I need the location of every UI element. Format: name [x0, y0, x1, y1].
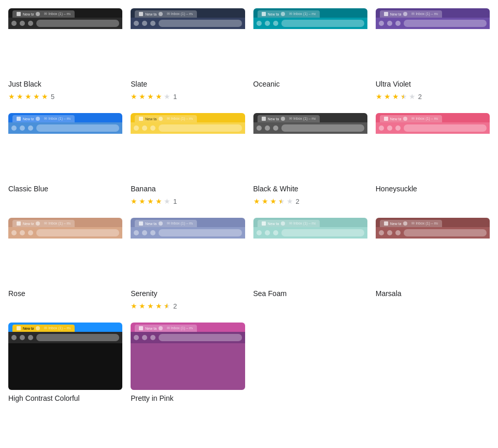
browser-tab: New tab ✉ Inbox (1) – mai...: [380, 115, 442, 122]
address-bar: [404, 124, 487, 132]
back-button: [11, 335, 17, 340]
tab-title: New tab: [23, 327, 34, 330]
tab-extra: ✉ Inbox (1) – mai...: [167, 117, 193, 121]
refresh-button: [28, 230, 33, 235]
theme-card-black-white[interactable]: New tab ✉ Inbox (1) – mai... Black & Whi…: [253, 113, 367, 205]
theme-card-ultra-violet[interactable]: New tab ✉ Inbox (1) – mai... Ultra Viole…: [376, 8, 490, 101]
tab-close-icon: [281, 12, 285, 16]
theme-card-banana[interactable]: New tab ✉ Inbox (1) – mai... Banana★★★★★…: [131, 113, 245, 205]
address-bar: [159, 334, 241, 341]
star-full: ★: [392, 92, 399, 101]
tab-extra: ✉ Inbox (1) – mai...: [44, 221, 70, 226]
forward-button: [142, 125, 147, 131]
star-rating: ★★★★★2: [253, 197, 367, 205]
browser-tab: New tab ✉ Inbox (1) – mai...: [12, 10, 75, 18]
theme-preview: New tab ✉ Inbox (1) – mai...: [131, 218, 245, 285]
browser-tab: New tab ✉ Inbox (1) – mai...: [12, 115, 75, 122]
back-button: [257, 125, 262, 131]
tab-extra: ✉ Inbox (1) – mai...: [289, 117, 316, 121]
tab-close-icon: [36, 221, 40, 226]
star-rating: ★★★★★5: [8, 92, 122, 101]
browser-tab: New tab ✉ Inbox (1) – mai...: [135, 220, 197, 227]
tab-area: New tab ✉ Inbox (1) – mai...: [253, 8, 367, 18]
browser-preview: New tab ✉ Inbox (1) – mai...: [253, 8, 367, 76]
star-full: ★: [253, 197, 260, 205]
tab-title: New tab: [145, 117, 156, 121]
star-half: ★: [278, 197, 285, 205]
browser-content: [8, 239, 122, 285]
theme-name: Classic Blue: [8, 185, 122, 193]
star-full: ★: [262, 197, 268, 205]
back-button: [379, 21, 384, 26]
tab-title: New tab: [145, 222, 156, 226]
tab-favicon-icon: [17, 326, 21, 330]
theme-preview: New tab ✉ Inbox (1) – mai...: [253, 8, 367, 76]
theme-card-rose[interactable]: New tab ✉ Inbox (1) – mai... Rose: [8, 218, 122, 310]
rating-count: 2: [418, 93, 422, 101]
theme-card-honeysuckle[interactable]: New tab ✉ Inbox (1) – mai... Honeysuckle: [376, 113, 490, 205]
theme-name: Just Black: [8, 80, 122, 88]
theme-preview: New tab ✉ Inbox (1) – mai...: [8, 218, 122, 285]
forward-button: [387, 21, 392, 26]
theme-name: High Contrast Colorful: [8, 394, 122, 402]
browser-content: [131, 239, 245, 285]
theme-name: Ultra Violet: [376, 80, 490, 88]
back-button: [134, 125, 139, 131]
star-rating: ★★★★★1: [131, 92, 245, 101]
nav-bar: [8, 18, 122, 29]
star-rating: ★★★★★1: [131, 197, 245, 205]
rating-count: 5: [51, 93, 54, 101]
back-button: [11, 21, 17, 26]
theme-name: Rose: [8, 289, 122, 298]
tab-favicon-icon: [17, 117, 21, 121]
theme-preview: New tab ✉ Inbox (1) – mai...: [131, 8, 245, 76]
tab-area: New tab ✉ Inbox (1) – mai...: [376, 113, 490, 122]
tab-favicon-icon: [262, 12, 266, 16]
theme-card-pretty-pink[interactable]: New tab ✉ Inbox (1) – mai... Pretty in P…: [131, 323, 245, 402]
rating-count: 2: [296, 198, 300, 205]
star-full: ★: [131, 92, 137, 101]
tab-extra: ✉ Inbox (1) – mai...: [289, 12, 316, 16]
theme-card-serenity[interactable]: New tab ✉ Inbox (1) – mai... Serenity★★★…: [131, 218, 245, 310]
star-full: ★: [131, 197, 137, 205]
theme-card-classic-blue[interactable]: New tab ✉ Inbox (1) – mai... Classic Blu…: [8, 113, 122, 205]
tab-area: New tab ✉ Inbox (1) – mai...: [131, 218, 245, 227]
star-rating: ★★★★★2: [376, 92, 490, 101]
tab-close-icon: [36, 117, 40, 121]
theme-name: Slate: [131, 80, 245, 88]
forward-button: [20, 230, 25, 235]
rating-count: 1: [173, 198, 177, 205]
theme-card-high-contrast[interactable]: New tab ✉ Inbox (1) – mai... High Contra…: [8, 323, 122, 402]
star-full: ★: [155, 302, 162, 310]
nav-bar: [131, 227, 245, 239]
theme-card-marsala[interactable]: New tab ✉ Inbox (1) – mai... Marsala: [376, 218, 490, 310]
tab-favicon-icon: [139, 326, 143, 330]
forward-button: [265, 21, 270, 26]
theme-card-just-black[interactable]: New tab ✉ Inbox (1) – mai... Just Black★…: [8, 8, 122, 101]
address-bar: [36, 20, 119, 27]
star-full: ★: [147, 197, 154, 205]
browser-content: [131, 29, 245, 76]
theme-preview: New tab ✉ Inbox (1) – mai...: [8, 113, 122, 180]
star-full: ★: [139, 197, 146, 205]
theme-card-oceanic[interactable]: New tab ✉ Inbox (1) – mai... Oceanic: [253, 8, 367, 101]
theme-card-sea-foam[interactable]: New tab ✉ Inbox (1) – mai... Sea Foam: [253, 218, 367, 310]
forward-button: [20, 125, 25, 131]
theme-name: Sea Foam: [253, 289, 367, 298]
tab-extra: ✉ Inbox (1) – mai...: [44, 12, 70, 16]
tab-extra: ✉ Inbox (1) – mai...: [411, 221, 438, 226]
star-full: ★: [376, 92, 382, 101]
theme-name: Banana: [131, 185, 245, 193]
refresh-button: [273, 21, 278, 26]
browser-content: [253, 239, 367, 285]
browser-content: [376, 134, 490, 180]
address-bar: [281, 124, 364, 132]
nav-bar: [376, 18, 490, 29]
forward-button: [142, 230, 147, 235]
refresh-button: [395, 125, 401, 131]
theme-preview: New tab ✉ Inbox (1) – mai...: [253, 113, 367, 180]
forward-button: [142, 335, 147, 340]
nav-bar: [253, 227, 367, 239]
theme-card-slate[interactable]: New tab ✉ Inbox (1) – mai... Slate★★★★★1: [131, 8, 245, 101]
browser-tab: New tab ✉ Inbox (1) – mai...: [258, 10, 320, 18]
